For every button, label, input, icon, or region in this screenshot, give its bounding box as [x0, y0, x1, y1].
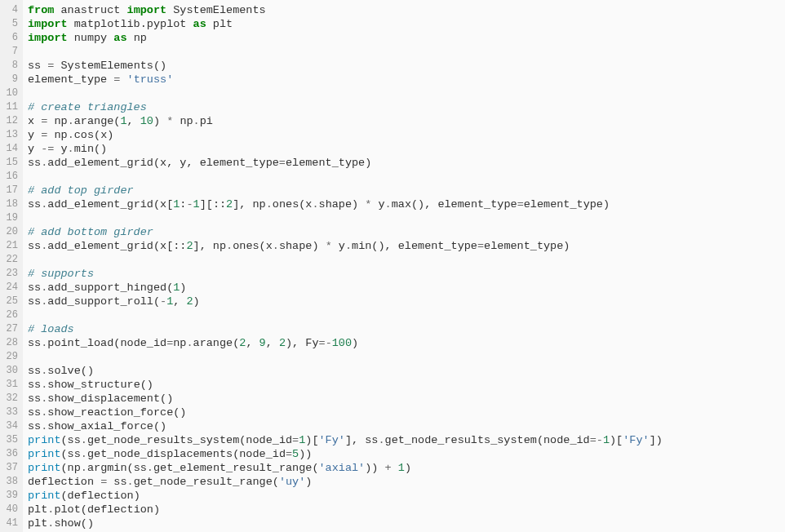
token-num: 1 — [603, 434, 610, 446]
token-pn: )[ — [610, 434, 623, 446]
token-pn: add_support_hinged( — [47, 282, 173, 294]
line-number: 6 — [0, 31, 18, 45]
code-line: import matplotlib.pyplot as plt — [28, 17, 785, 31]
token-pn: element_type) — [286, 157, 371, 169]
line-number: 23 — [0, 267, 18, 281]
line-number: 20 — [0, 225, 18, 239]
token-op: . — [186, 337, 193, 349]
line-number: 28 — [0, 336, 18, 350]
token-op: - — [160, 295, 166, 308]
token-pn: ss — [28, 337, 41, 349]
code-line — [28, 253, 785, 267]
token-pn: np — [127, 32, 147, 44]
line-number: 11 — [0, 100, 18, 114]
token-op: = — [477, 240, 484, 252]
line-number: 18 — [0, 197, 18, 211]
token-op: =- — [590, 434, 603, 446]
code-line: element_type = 'truss' — [28, 73, 785, 86]
code-line: ss.add_element_grid(x, y, element_type=e… — [28, 156, 785, 170]
token-nm: print — [28, 490, 61, 502]
line-number: 26 — [0, 308, 18, 322]
line-number: 25 — [0, 295, 18, 308]
token-pn: get_node_results_system(node_id — [385, 434, 590, 446]
token-op: . — [385, 198, 392, 211]
token-pn: )) — [365, 462, 384, 474]
token-num: 2 — [279, 337, 286, 349]
token-op: = — [279, 157, 286, 169]
code-line: ss.show_axial_force() — [28, 419, 785, 433]
token-cm: # loads — [28, 323, 74, 335]
line-number-gutter: 4567891011121314151617181920212223242526… — [0, 0, 23, 532]
token-kw: import — [127, 4, 167, 16]
line-number: 24 — [0, 281, 18, 295]
token-num: 1 — [398, 462, 405, 474]
code-line: ss = SystemElements() — [28, 59, 785, 73]
token-num: 2 — [226, 198, 233, 211]
line-number: 30 — [0, 364, 18, 378]
line-number: 16 — [0, 170, 18, 184]
line-number: 17 — [0, 184, 18, 197]
token-pn: y — [28, 143, 41, 155]
code-line: import numpy as np — [28, 31, 785, 45]
token-pn: ss — [28, 406, 41, 419]
token-pn: point_load(node_id — [47, 337, 166, 349]
token-str: 'axial' — [319, 462, 366, 474]
code-line: print(deflection) — [28, 489, 785, 503]
token-pn: get_node_result_range( — [134, 476, 279, 488]
token-pn: show() — [54, 517, 94, 530]
token-cm: # add top girder — [28, 184, 134, 197]
token-nm: print — [28, 434, 61, 446]
token-kw: import — [28, 32, 68, 44]
token-kw: as — [113, 32, 126, 44]
token-pn: ss — [28, 392, 41, 405]
token-pn: show_reaction_force() — [47, 406, 186, 419]
token-pn: arange( — [74, 115, 121, 127]
line-number: 12 — [0, 114, 18, 128]
token-pn: ss — [28, 60, 47, 72]
code-line: y = np.cos(x) — [28, 128, 785, 142]
code-line: ss.show_structure() — [28, 378, 785, 392]
code-block: 4567891011121314151617181920212223242526… — [0, 0, 785, 532]
code-line: # supports — [28, 267, 785, 281]
token-num: 10 — [140, 115, 153, 127]
code-line — [28, 211, 785, 225]
code-line: # add bottom girder — [28, 225, 785, 239]
code-line — [28, 170, 785, 184]
token-pn: ss — [28, 295, 41, 308]
token-pn: (np — [61, 462, 81, 474]
code-line: ss.point_load(node_id=np.arange(2, 9, 2)… — [28, 336, 785, 350]
token-pn: ], ss — [345, 434, 379, 446]
line-number: 15 — [0, 156, 18, 170]
token-op: . — [378, 434, 384, 446]
token-pn: y — [54, 143, 67, 155]
token-pn: element_type) — [484, 240, 570, 252]
token-pn: argmin(ss — [87, 462, 147, 474]
code-line: ss.add_element_grid(x[::2], np.ones(x.sh… — [28, 239, 785, 253]
token-pn: SystemElements() — [54, 60, 166, 72]
token-pn: min() — [74, 143, 108, 155]
line-number: 9 — [0, 73, 18, 86]
token-pn: ss — [28, 240, 41, 252]
code-line: ss.add_element_grid(x[1:-1][::2], np.one… — [28, 197, 785, 211]
code-line: print(np.argmin(ss.get_element_result_ra… — [28, 461, 785, 475]
line-number: 13 — [0, 128, 18, 142]
token-op: = — [286, 448, 292, 460]
line-number: 27 — [0, 322, 18, 336]
line-number: 10 — [0, 86, 18, 100]
token-op: =- — [319, 337, 332, 349]
code-line — [28, 308, 785, 322]
token-num: 100 — [332, 337, 352, 349]
token-cm: # supports — [28, 268, 94, 280]
line-number: 31 — [0, 378, 18, 392]
token-kw: import — [28, 18, 68, 30]
line-number: 36 — [0, 447, 18, 461]
token-pn: element_type) — [524, 198, 610, 211]
token-op: - — [186, 198, 193, 211]
token-op: = — [292, 434, 299, 446]
token-pn: ) — [193, 295, 200, 308]
token-pn: y — [28, 129, 41, 141]
code-area[interactable]: from anastruct import SystemElementsimpo… — [23, 0, 785, 532]
token-nm: print — [28, 462, 61, 474]
code-line: print(ss.get_node_displacements(node_id=… — [28, 447, 785, 461]
token-pn: ) — [305, 476, 312, 488]
